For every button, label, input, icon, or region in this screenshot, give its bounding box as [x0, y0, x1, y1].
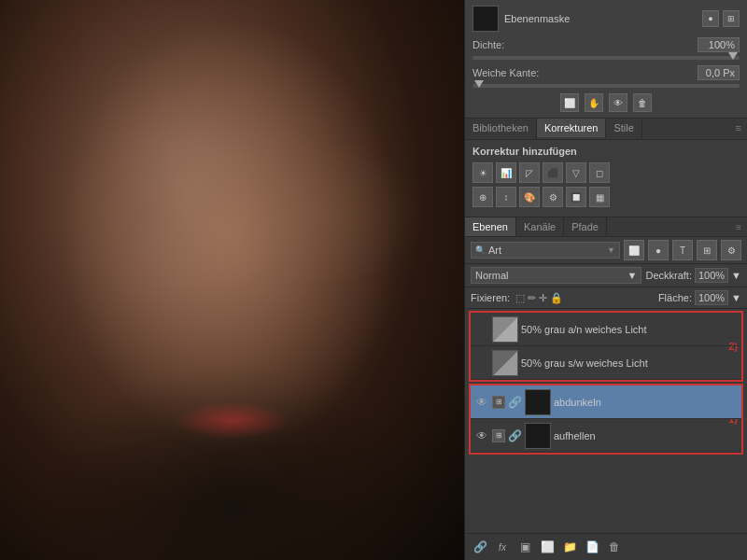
fix-icon-brush[interactable]: ✏: [528, 292, 536, 304]
tab-bibliotheken[interactable]: Bibliotheken: [465, 119, 537, 139]
korr-icon-photofilter[interactable]: 🎨: [519, 187, 540, 207]
photo-background: [0, 0, 464, 560]
flaeche-dropdown[interactable]: ▼: [731, 292, 741, 303]
korr-icon-brightness[interactable]: ☀: [472, 162, 493, 183]
face-overlay: [0, 0, 464, 560]
layer-filter-text: Art: [488, 245, 501, 256]
layer3-chain: 🔗: [508, 396, 522, 409]
korr-icon-levels[interactable]: 📊: [496, 162, 516, 183]
layer-item-abdunkeln[interactable]: 👁 ⊞ 🔗 abdunkeln: [471, 385, 741, 419]
deckkraft-value[interactable]: 100%: [695, 268, 728, 283]
ebenen-panel-menu[interactable]: ≡: [730, 218, 747, 236]
bottom-icon-trash[interactable]: 🗑: [605, 538, 624, 556]
bottom-icon-link[interactable]: 🔗: [471, 538, 489, 556]
korr-icon-hue[interactable]: ◻: [589, 162, 610, 183]
mask-thumbnail: [472, 6, 499, 32]
bottom-icon-mask[interactable]: ▣: [515, 538, 534, 556]
korr-icon-colorbalance[interactable]: ⊕: [472, 187, 493, 207]
blend-mode-value: Normal: [475, 270, 508, 281]
dichte-value: 100%: [698, 37, 740, 52]
tabs-close-button[interactable]: ≡: [730, 119, 747, 139]
ebenen-section: Ebenen Kanäle Pfade ≡ 🔍 Art ▼ ⬜ ● T ⊞ ⚙ …: [465, 217, 747, 560]
flaeche-row: Fläche: 100% ▼: [658, 290, 741, 305]
layer-item-aufhellen[interactable]: 👁 ⊞ 🔗 aufhellen: [471, 419, 741, 453]
dichte-label: Dichte:: [472, 39, 504, 50]
layer-filter-icon2[interactable]: ●: [648, 240, 669, 260]
weiche-kante-slider[interactable]: [472, 84, 740, 88]
korr-icon-pattern[interactable]: ▦: [589, 187, 610, 207]
adjustment-tabs-section: Bibliotheken Korrekturen Stile ≡ Korrekt…: [465, 119, 747, 217]
layer1-name: 50% grau a/n weiches Licht: [521, 324, 738, 335]
layer-item-1[interactable]: 50% grau a/n weiches Licht: [471, 313, 741, 346]
mask-action-select[interactable]: ⬜: [560, 93, 579, 112]
weiche-kante-label: Weiche Kante:: [472, 67, 539, 78]
bottom-icon-adjustment[interactable]: ⬜: [538, 538, 557, 556]
fix-icon-move[interactable]: ✛: [539, 292, 547, 304]
mask-action-eye[interactable]: 👁: [609, 93, 627, 112]
layer-filter-icon4[interactable]: ⊞: [697, 240, 717, 260]
mask-icon-circle[interactable]: ●: [702, 10, 719, 27]
bottom-icon-new[interactable]: 📄: [583, 538, 601, 556]
fix-icon-checkered[interactable]: ⬚: [515, 292, 525, 304]
layer4-eye[interactable]: 👁: [474, 428, 489, 443]
weiche-kante-thumb: [474, 80, 484, 88]
layer-item-2[interactable]: 50% grau s/w weiches Licht: [471, 346, 741, 380]
korr-icons-row1: ☀ 📊 ◸ ⬛ ▽ ◻: [472, 162, 740, 183]
layer-filter-icon1[interactable]: ⬜: [624, 240, 644, 260]
filter-dropdown-icon: ▼: [607, 245, 615, 255]
korr-icon-blackwhite[interactable]: ↕: [496, 187, 516, 207]
fix-icon-lock[interactable]: 🔒: [550, 292, 563, 304]
dichte-slider[interactable]: [472, 56, 740, 60]
korr-icon-vibrance[interactable]: ▽: [566, 162, 586, 183]
blend-mode-dropdown-icon: ▼: [627, 270, 638, 281]
ebenen-filter-toolbar: 🔍 Art ▼ ⬜ ● T ⊞ ⚙: [465, 237, 747, 264]
tab-korrekturen[interactable]: Korrekturen: [537, 119, 606, 139]
bottom-icon-fx[interactable]: fx: [493, 538, 512, 556]
bottom-icon-group[interactable]: 📁: [560, 538, 579, 556]
mask-title: Ebenenmaske: [504, 13, 570, 24]
opacity-row: Deckkraft: 100% ▼: [645, 268, 741, 283]
korr-icon-colorlookup[interactable]: 🔲: [566, 187, 586, 207]
photo-canvas: [0, 0, 464, 560]
layer3-eye[interactable]: 👁: [474, 395, 489, 410]
layer-filter-icon3[interactable]: T: [672, 240, 693, 260]
mask-title-row: Ebenenmaske: [472, 6, 570, 32]
ebenen-bottom-toolbar: 🔗 fx ▣ ⬜ 📁 📄 🗑: [465, 533, 747, 560]
layer4-thumb: [525, 423, 551, 449]
mask-action-hand[interactable]: ✋: [585, 93, 603, 112]
korr-title: Korrektur hinzufügen: [472, 146, 740, 157]
fixieren-row: Fixieren: ⬚ ✏ ✛ 🔒 Fläche: 100% ▼: [465, 287, 747, 309]
search-icon: 🔍: [475, 245, 486, 255]
tab-stile[interactable]: Stile: [606, 119, 641, 139]
layer3-icon1: ⊞: [492, 396, 505, 409]
deckkraft-dropdown[interactable]: ▼: [731, 270, 741, 281]
layer4-icon1: ⊞: [492, 429, 505, 442]
layer-filter-icon5[interactable]: ⚙: [721, 240, 741, 260]
layer-group-1: 1) 👁 ⊞ 🔗 abdunkeln 👁 ⊞ 🔗 aufhellen: [469, 384, 743, 455]
mask-action-trash[interactable]: 🗑: [633, 93, 652, 112]
layer4-chain: 🔗: [508, 429, 522, 442]
layer1-thumb: [492, 316, 518, 343]
blend-mode-row: Normal ▼ Deckkraft: 100% ▼: [465, 264, 747, 287]
tab-kanaele[interactable]: Kanäle: [516, 217, 564, 236]
mask-header: Ebenenmaske ● ⊞: [472, 6, 740, 32]
mask-icon-grid[interactable]: ⊞: [723, 10, 740, 27]
tab-ebenen[interactable]: Ebenen: [465, 217, 516, 236]
layer-filter-box[interactable]: 🔍 Art ▼: [471, 242, 620, 259]
tab-bar: Bibliotheken Korrekturen Stile ≡: [465, 119, 747, 140]
layer3-name: abdunkeln: [554, 397, 738, 408]
korr-icon-channelmixer[interactable]: ⚙: [543, 187, 563, 207]
flaeche-value[interactable]: 100%: [695, 290, 728, 305]
layer4-name: aufhellen: [554, 430, 738, 441]
right-panel: Ebenenmaske ● ⊞ Dichte: 100% Weiche Kant…: [464, 0, 747, 560]
korr-icon-exposure[interactable]: ⬛: [543, 162, 563, 183]
blend-mode-select[interactable]: Normal ▼: [471, 267, 641, 284]
layer2-name: 50% grau s/w weiches Licht: [521, 357, 738, 369]
dichte-thumb: [728, 52, 738, 60]
layer3-thumb: [525, 389, 551, 415]
korr-icon-curves[interactable]: ◸: [519, 162, 540, 183]
bottom-icons: 🔗 fx ▣ ⬜ 📁 📄 🗑: [471, 538, 624, 556]
layer-list: 2) 50% grau a/n weiches Licht 50% grau s…: [465, 309, 747, 533]
weiche-kante-row: Weiche Kante: 0,0 Px: [472, 65, 740, 80]
tab-pfade[interactable]: Pfade: [564, 217, 607, 236]
